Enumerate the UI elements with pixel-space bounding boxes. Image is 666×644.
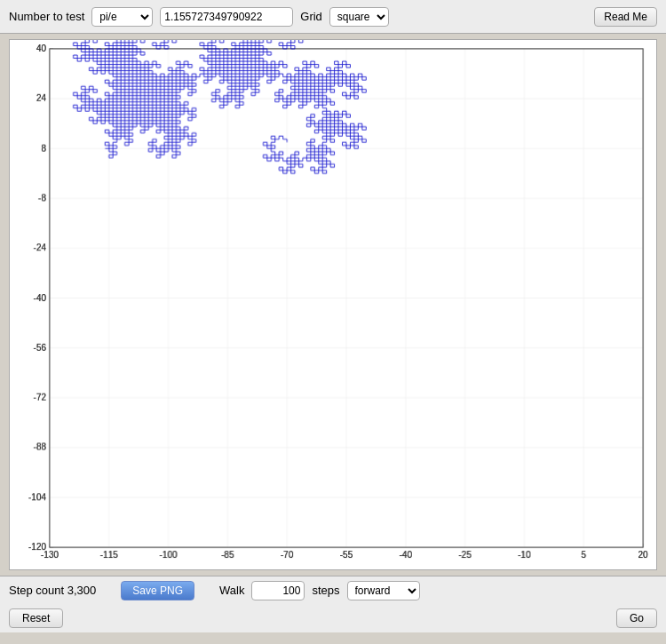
- number-select[interactable]: pi/e pi e sqrt(2) custom: [91, 7, 153, 27]
- canvas-area: [9, 39, 657, 570]
- read-me-button[interactable]: Read Me: [594, 7, 657, 27]
- step-count-label: Step count 3,300: [9, 584, 96, 597]
- steps-label: steps: [312, 584, 339, 597]
- go-button[interactable]: Go: [616, 608, 657, 628]
- number-to-test-label: Number to test: [9, 10, 84, 23]
- bottom-buttons: Reset Go: [0, 604, 666, 632]
- bottom-bar: Step count 3,300 Save PNG Walk steps for…: [0, 576, 666, 604]
- toolbar: Number to test pi/e pi e sqrt(2) custom …: [0, 0, 666, 34]
- save-png-button[interactable]: Save PNG: [121, 581, 194, 600]
- reset-button[interactable]: Reset: [9, 608, 63, 628]
- grid-label: Grid: [300, 10, 322, 23]
- walk-steps-input[interactable]: [251, 581, 305, 600]
- main-canvas: [10, 40, 656, 569]
- grid-select[interactable]: square hex none: [329, 7, 389, 27]
- walk-label: Walk: [219, 584, 244, 597]
- direction-select[interactable]: forward backward: [347, 581, 420, 600]
- number-value-input[interactable]: 1.155727349790922: [160, 7, 293, 27]
